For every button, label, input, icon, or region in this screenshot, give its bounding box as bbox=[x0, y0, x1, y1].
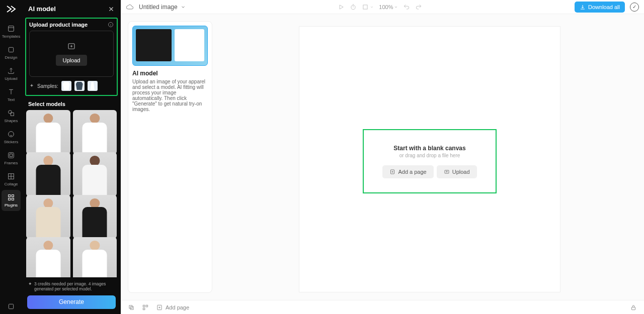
rail-design[interactable]: Design bbox=[0, 42, 22, 63]
sample-chip-2[interactable] bbox=[74, 81, 85, 91]
svg-rect-1 bbox=[9, 47, 13, 52]
svg-rect-11 bbox=[12, 198, 14, 200]
timer-icon[interactable] bbox=[350, 4, 357, 11]
download-button[interactable]: Download all bbox=[575, 2, 625, 13]
svg-rect-21 bbox=[143, 305, 145, 307]
rail-label: Design bbox=[5, 55, 18, 60]
sample-chip-1[interactable] bbox=[61, 81, 71, 91]
svg-rect-8 bbox=[9, 195, 11, 197]
model-thumb[interactable] bbox=[26, 237, 70, 277]
left-rail: Templates Design Upload Text Shapes Stic… bbox=[0, 0, 22, 314]
credits-text: 3 credits needed per image. 4 images gen… bbox=[34, 281, 115, 291]
download-icon bbox=[580, 4, 586, 10]
rail-frames[interactable]: Frames bbox=[0, 148, 22, 169]
card-title: AI model bbox=[132, 70, 208, 77]
info-card: AI model Upload an image of your apparel… bbox=[128, 21, 212, 293]
upload-section: Upload product image Upload Samples: bbox=[25, 18, 118, 96]
upload-dropzone[interactable]: Upload bbox=[29, 31, 114, 77]
rail-plugins[interactable]: Plugins bbox=[2, 190, 21, 211]
model-thumb[interactable] bbox=[26, 195, 70, 239]
sparkle-icon bbox=[29, 83, 34, 88]
zoom-text: 100% bbox=[379, 4, 393, 10]
upload-icon bbox=[444, 169, 450, 175]
card-desc: Upload an image of your apparel and sele… bbox=[132, 79, 208, 112]
svg-rect-16 bbox=[363, 5, 367, 9]
image-upload-icon bbox=[67, 42, 76, 51]
play-icon[interactable] bbox=[338, 4, 345, 11]
add-page-label: Add a page bbox=[398, 169, 426, 175]
upload-canvas-button[interactable]: Upload bbox=[437, 165, 477, 178]
svg-rect-10 bbox=[9, 198, 11, 200]
generate-button[interactable]: Generate bbox=[27, 295, 116, 309]
sample-chip-3[interactable] bbox=[88, 81, 98, 91]
credits-note: ✦ 3 credits needed per image. 4 images g… bbox=[22, 277, 121, 293]
rail-label: Plugins bbox=[5, 203, 18, 207]
svg-rect-23 bbox=[143, 308, 145, 310]
download-label: Download all bbox=[588, 4, 620, 10]
rail-label: Collage bbox=[4, 182, 18, 186]
rail-label: Text bbox=[8, 97, 15, 102]
rail-label: Frames bbox=[4, 161, 18, 165]
upload-title: Upload product image bbox=[29, 22, 88, 28]
model-thumb[interactable] bbox=[73, 237, 117, 277]
app-logo-icon[interactable] bbox=[5, 3, 17, 15]
rail-label: Shapes bbox=[4, 119, 18, 123]
samples-label: Samples: bbox=[37, 83, 58, 89]
select-models-title: Select models bbox=[22, 96, 121, 110]
upload-button[interactable]: Upload bbox=[56, 55, 88, 66]
empty-sub: or drag and drop a file here bbox=[399, 153, 460, 158]
rail-collage[interactable]: Collage bbox=[0, 169, 22, 190]
rail-text[interactable]: Text bbox=[0, 84, 22, 106]
info-icon[interactable] bbox=[108, 22, 114, 28]
rail-label: Templates bbox=[2, 34, 20, 39]
shield-icon[interactable]: ✓ bbox=[630, 3, 639, 12]
rail-shapes[interactable]: Shapes bbox=[0, 106, 22, 127]
svg-point-4 bbox=[9, 132, 14, 137]
sparkle-icon: ✦ bbox=[28, 281, 32, 291]
grid-icon[interactable] bbox=[142, 304, 149, 311]
add-page-bottom[interactable]: Add page bbox=[156, 304, 189, 311]
model-thumb[interactable] bbox=[26, 152, 70, 196]
rail-label: Stickers bbox=[4, 140, 18, 144]
add-page-bottom-label: Add page bbox=[166, 304, 189, 310]
svg-rect-12 bbox=[9, 304, 13, 308]
model-thumb[interactable] bbox=[73, 152, 117, 196]
add-page-icon bbox=[156, 304, 163, 311]
rail-label: Upload bbox=[5, 76, 17, 81]
empty-title: Start with a blank canvas bbox=[393, 145, 465, 152]
svg-rect-22 bbox=[146, 305, 148, 307]
rail-help[interactable] bbox=[0, 299, 22, 314]
rail-stickers[interactable]: Stickers bbox=[0, 127, 22, 148]
svg-point-15 bbox=[351, 5, 355, 9]
add-page-button[interactable]: Add a page bbox=[382, 165, 433, 178]
close-icon[interactable] bbox=[108, 6, 115, 13]
undo-icon[interactable] bbox=[403, 4, 410, 11]
model-thumb[interactable] bbox=[73, 195, 117, 239]
rail-templates[interactable]: Templates bbox=[0, 21, 22, 42]
svg-rect-9 bbox=[12, 195, 14, 197]
lock-icon[interactable] bbox=[630, 304, 637, 311]
canvas[interactable]: Start with a blank canvas or drag and dr… bbox=[299, 26, 560, 292]
models-grid bbox=[22, 110, 121, 277]
model-thumb[interactable] bbox=[26, 110, 70, 154]
plugin-panel: AI model Upload product image Upload Sam… bbox=[22, 0, 121, 314]
doc-title[interactable]: Untitled image bbox=[139, 4, 186, 11]
zoom-level[interactable]: 100% bbox=[379, 4, 398, 10]
model-thumb[interactable] bbox=[73, 110, 117, 154]
svg-rect-19 bbox=[129, 305, 132, 308]
redo-icon[interactable] bbox=[415, 4, 422, 11]
chevron-down-icon bbox=[181, 5, 186, 10]
page-icon bbox=[389, 169, 395, 175]
empty-state: Start with a blank canvas or drag and dr… bbox=[363, 129, 497, 193]
resize-icon[interactable] bbox=[362, 4, 374, 11]
rail-upload[interactable]: Upload bbox=[0, 63, 22, 84]
doc-title-text: Untitled image bbox=[139, 4, 178, 11]
upload-label: Upload bbox=[452, 169, 470, 175]
main-area: Untitled image 100% Download all ✓ AI mo… bbox=[121, 0, 644, 314]
card-thumb[interactable] bbox=[132, 26, 208, 66]
bottombar: Add page bbox=[121, 300, 644, 314]
panel-title: AI model bbox=[28, 5, 56, 13]
cloud-icon[interactable] bbox=[126, 3, 134, 11]
layers-icon[interactable] bbox=[128, 304, 135, 311]
svg-rect-0 bbox=[9, 26, 14, 32]
